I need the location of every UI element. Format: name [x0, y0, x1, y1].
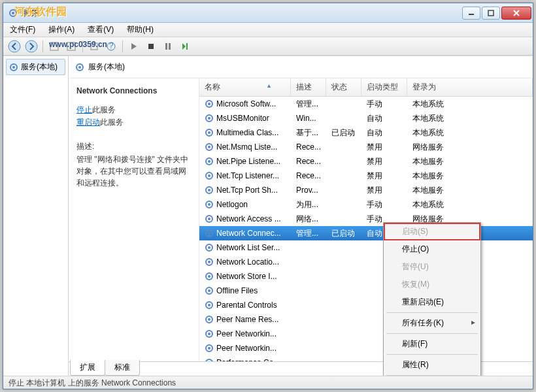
help-tool[interactable]: ?	[104, 39, 118, 54]
service-row[interactable]: Offline Files 本地系统	[199, 284, 533, 298]
cm-start[interactable]: 启动(S)	[384, 223, 480, 240]
restart-link[interactable]: 重启动	[76, 117, 100, 128]
service-row[interactable]: Peer Networkin... 本地服务	[199, 341, 533, 355]
service-row[interactable]: Net.Msmq Liste... Rece... 禁用 网络服务	[199, 140, 533, 154]
separator	[42, 41, 43, 52]
service-desc: Win...	[291, 114, 326, 123]
service-row[interactable]: Multimedia Clas... 基于... 已启动 自动 本地系统	[199, 125, 533, 140]
cm-restart[interactable]: 重新启动(E)	[384, 293, 480, 311]
cm-alltasks[interactable]: 所有任务(K)	[384, 314, 480, 332]
service-row[interactable]: MsUSBMonitor Win... 自动 本地系统	[199, 111, 533, 125]
svg-point-34	[208, 189, 210, 191]
svg-point-30	[208, 160, 210, 163]
body-area: 服务(本地) 服务(本地) Network Connections 停止此服务 …	[3, 56, 533, 376]
svg-point-20	[78, 66, 81, 69]
gear-icon	[9, 63, 18, 72]
service-startup: 禁用	[361, 156, 407, 167]
service-row[interactable]: Net.Tcp Listener... Rece... 禁用 本地服务	[199, 169, 533, 183]
col-status[interactable]: 状态	[326, 78, 361, 96]
forward-button[interactable]	[24, 39, 39, 54]
service-row[interactable]: Microsoft Softw... 管理... 手动 本地系统	[199, 97, 533, 111]
svg-point-48	[208, 289, 210, 292]
service-row[interactable]: Network Store I... 本地服务	[199, 269, 533, 284]
service-name: Microsoft Softw...	[216, 99, 276, 108]
menu-help[interactable]: 帮助(H)	[124, 23, 156, 37]
service-desc: 基于...	[291, 127, 326, 139]
services-list[interactable]: 名称 描述 状态 启动类型 登录为 Microsoft Softw... 管理.…	[199, 78, 533, 361]
pause-tool[interactable]	[161, 39, 175, 54]
service-desc: Rece...	[291, 157, 326, 166]
svg-point-1	[12, 12, 14, 14]
service-row[interactable]: Netlogon 为用... 手动 本地系统	[199, 197, 533, 212]
service-row[interactable]: Net.Tcp Port Sh... Prov... 禁用 本地服务	[199, 183, 533, 197]
context-menu: 启动(S) 停止(O) 暂停(U) 恢复(M) 重新启动(E) 所有任务(K) …	[383, 222, 481, 376]
service-logon: 本地系统	[407, 127, 533, 139]
service-row[interactable]: Network Access ... 网络... 手动 网络服务	[199, 212, 533, 226]
back-button[interactable]	[7, 39, 22, 54]
service-row[interactable]: Parental Controls 本地服务	[199, 298, 533, 312]
tree-root[interactable]: 服务(本地)	[6, 59, 65, 75]
gear-icon	[205, 329, 214, 338]
pane-title: 服务(本地)	[88, 61, 125, 73]
col-logon[interactable]: 登录为	[407, 78, 533, 96]
service-row[interactable]: Network Locatio... 网络服务	[199, 255, 533, 269]
service-startup: 手动	[361, 199, 407, 210]
service-name: Network Locatio...	[216, 257, 279, 267]
services-icon	[8, 8, 18, 18]
stop-suffix: 此服务	[92, 105, 116, 114]
menu-view[interactable]: 查看(V)	[85, 23, 116, 37]
svg-point-40	[208, 232, 210, 235]
gear-icon	[205, 344, 214, 353]
minimize-button[interactable]	[462, 7, 480, 20]
col-desc[interactable]: 描述	[291, 78, 326, 96]
service-name: Parental Controls	[216, 301, 277, 310]
service-name: Netlogon	[216, 200, 248, 209]
separator	[386, 312, 478, 313]
service-row[interactable]: Performance Co... 本地服务	[199, 355, 533, 361]
menu-action[interactable]: 操作(A)	[46, 23, 77, 37]
service-row[interactable]: Network List Ser... 本地服务	[199, 240, 533, 255]
play-tool[interactable]	[127, 39, 141, 54]
separator	[82, 41, 83, 52]
svg-point-50	[208, 304, 210, 306]
pane-header: 服务(本地)	[69, 56, 533, 78]
service-row[interactable]: Net.Pipe Listene... Rece... 禁用 本地服务	[199, 154, 533, 169]
titlebar[interactable]: 服务 河东软件园	[3, 3, 533, 23]
refresh-tool[interactable]	[87, 39, 101, 54]
cm-stop[interactable]: 停止(O)	[384, 240, 480, 258]
cm-pause[interactable]: 暂停(U)	[384, 258, 480, 276]
service-desc: 网络...	[291, 214, 326, 225]
service-row[interactable]: Peer Name Res... 本地服务	[199, 312, 533, 327]
cm-refresh[interactable]: 刷新(F)	[384, 335, 480, 353]
service-name: Net.Pipe Listene...	[216, 157, 280, 166]
col-name[interactable]: 名称	[199, 78, 291, 96]
gear-icon	[205, 114, 214, 123]
svg-point-36	[208, 203, 210, 206]
separator	[386, 333, 478, 334]
svg-rect-3	[488, 10, 494, 16]
cm-properties[interactable]: 属性(R)	[384, 356, 480, 374]
cm-resume[interactable]: 恢复(M)	[384, 276, 480, 293]
service-name: MsUSBMonitor	[216, 114, 269, 123]
tab-extended[interactable]: 扩展	[70, 360, 105, 376]
export-tool[interactable]	[64, 39, 78, 54]
service-row[interactable]: Peer Networkin... 本地服务	[199, 327, 533, 341]
col-startup[interactable]: 启动类型	[361, 78, 407, 96]
service-startup: 手动	[361, 99, 407, 110]
tab-standard[interactable]: 标准	[105, 360, 140, 376]
service-row[interactable]: Network Connec... 管理... 已启动 自动 本地系统	[199, 226, 533, 240]
service-desc: 管理...	[291, 99, 326, 110]
stop-link[interactable]: 停止	[76, 105, 92, 116]
gear-icon	[205, 142, 214, 152]
restart-tool[interactable]	[178, 39, 192, 54]
stop-tool[interactable]	[144, 39, 158, 54]
properties-tool[interactable]	[47, 39, 61, 54]
maximize-button[interactable]	[482, 7, 500, 20]
desc-label: 描述:	[76, 141, 191, 152]
svg-point-46	[208, 275, 210, 278]
svg-point-32	[208, 174, 210, 177]
svg-point-24	[208, 117, 210, 120]
service-startup: 自动	[361, 113, 407, 124]
menu-file[interactable]: 文件(F)	[7, 23, 38, 37]
close-button[interactable]	[501, 7, 531, 20]
